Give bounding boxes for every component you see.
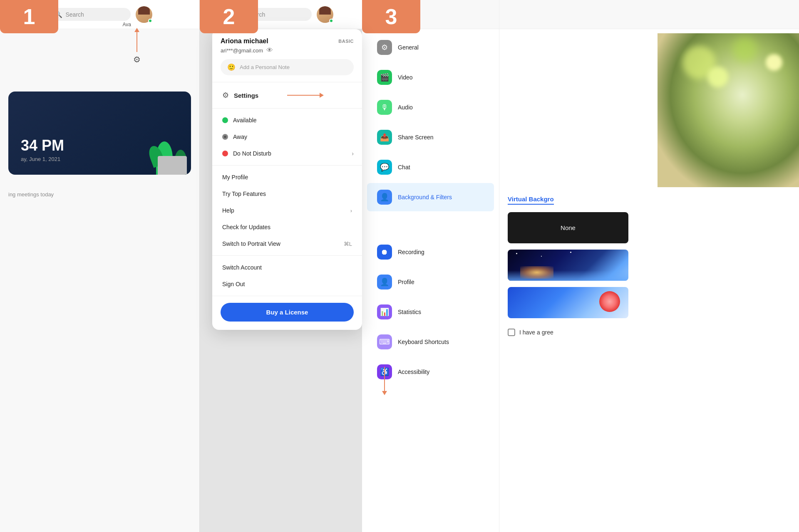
available-label: Available: [233, 117, 257, 124]
portrait-shortcut: ⌘L: [344, 241, 352, 247]
hide-email-icon[interactable]: 👁: [266, 47, 273, 54]
chat-label: Chat: [398, 164, 410, 171]
help-item[interactable]: Help ›: [212, 202, 362, 219]
settings-arrow-indicator: [287, 95, 320, 96]
share-screen-label: Share Screen: [398, 134, 434, 141]
step-badge-3: 3: [362, 0, 420, 33]
my-profile-label: My Profile: [222, 174, 248, 181]
settings-item-general[interactable]: ⚙ General: [367, 33, 494, 62]
clock-widget: 34 PM ay, June 1, 2021: [8, 92, 191, 175]
my-profile-item[interactable]: My Profile: [212, 169, 362, 186]
dnd-label: Do Not Disturb: [233, 150, 271, 157]
status-available[interactable]: Available: [212, 112, 362, 129]
status-away[interactable]: Away: [212, 129, 362, 145]
virtual-bg-tab[interactable]: Virtual Backgro: [508, 195, 554, 203]
bg-option-space[interactable]: [508, 250, 628, 281]
settings-menu-item[interactable]: ⚙ Settings: [212, 86, 362, 105]
settings-nav: ⚙ General 🎬 Video 🎙 Audio 📤 Share Screen…: [362, 33, 499, 386]
note-placeholder-text: Add a Personal Note: [240, 64, 290, 70]
settings-label: Settings: [234, 92, 258, 99]
settings-item-video[interactable]: 🎬 Video: [367, 63, 494, 92]
green-screen-checkbox-row: I have a gree: [508, 329, 553, 336]
background-label: Background & Filters: [398, 194, 452, 200]
virtual-bg-label: Virtual Backgro: [508, 195, 554, 205]
away-label: Away: [233, 134, 247, 140]
settings-section: ⚙ Settings: [212, 82, 362, 109]
status-section: Available Away Do Not Disturb ›: [212, 109, 362, 166]
personal-note-field[interactable]: 🙂 Add a Personal Note: [221, 59, 354, 75]
background-icon: 👤: [377, 190, 392, 205]
settings-gear-icon: ⚙: [222, 91, 229, 100]
buy-license-button[interactable]: Buy a License: [221, 303, 354, 322]
away-dot: [222, 134, 228, 140]
sign-out-item[interactable]: Sign Out: [212, 276, 362, 292]
switch-account-label: Switch Account: [222, 264, 262, 271]
account-section: Switch Account Sign Out: [212, 256, 362, 296]
user-info-row: Ariona michael BASIC: [221, 37, 354, 45]
settings-item-background[interactable]: 👤 Background & Filters: [367, 183, 494, 211]
keyboard-icon: ⌨: [377, 334, 392, 349]
settings-item-chat[interactable]: 💬 Chat: [367, 153, 494, 181]
user-email: ari***@gmail.com: [221, 47, 263, 54]
search-bar-1[interactable]: 🔍 Search: [47, 8, 131, 21]
panel-1: 🔍 Search ⚙ Ava 34 PM ay, June 1, 2021: [0, 0, 200, 532]
search-text-1: Search: [66, 11, 84, 18]
top-features-item[interactable]: Try Top Features: [212, 186, 362, 202]
bg-option-none[interactable]: None: [508, 212, 628, 243]
recording-icon: ⏺: [377, 245, 392, 260]
settings-item-share-screen[interactable]: 📤 Share Screen: [367, 123, 494, 151]
top-features-label: Try Top Features: [222, 191, 266, 197]
check-updates-item[interactable]: Check for Updates: [212, 219, 362, 235]
bg-preview: [658, 33, 799, 187]
dropdown-header: Ariona michael BASIC ari***@gmail.com 👁 …: [212, 29, 362, 82]
settings-item-statistics[interactable]: 📊 Statistics: [367, 298, 494, 326]
accessibility-label: Accessibility: [398, 369, 429, 375]
clock-decoration: [156, 141, 187, 175]
down-arrow-indicator: [384, 367, 385, 392]
recording-label: Recording: [398, 249, 424, 255]
share-screen-icon: 📤: [377, 130, 392, 145]
green-screen-checkbox[interactable]: [508, 329, 515, 336]
bg-option-flower[interactable]: [508, 287, 628, 318]
green-screen-label: I have a gree: [519, 329, 553, 336]
switch-account-item[interactable]: Switch Account: [212, 259, 362, 276]
video-label: Video: [398, 74, 413, 81]
help-label: Help: [222, 207, 234, 214]
step-badge-1: 1: [0, 0, 58, 33]
audio-label: Audio: [398, 104, 413, 111]
panel-2: 🔍 Search Ariona michael BASIC ari***@gma…: [200, 0, 362, 532]
status-dnd[interactable]: Do Not Disturb ›: [212, 145, 362, 162]
settings-item-profile[interactable]: 👤 Profile: [367, 268, 494, 296]
email-row: ari***@gmail.com 👁: [221, 47, 354, 54]
profile-icon: 👤: [377, 275, 392, 290]
avatar-container-2: [317, 6, 333, 23]
general-icon: ⚙: [377, 40, 392, 55]
switch-portrait-item[interactable]: Switch to Portrait View ⌘L: [212, 235, 362, 252]
no-meetings-text: ing meetings today: [0, 183, 199, 206]
keyboard-label: Keyboard Shortcuts: [398, 339, 449, 345]
panel-4-header: [499, 0, 799, 29]
online-status-dot-1: [148, 19, 152, 23]
settings-item-keyboard[interactable]: ⌨ Keyboard Shortcuts: [367, 328, 494, 356]
panel-3-settings: 3 ⚙ General 🎬 Video 🎙 Audio 📤 Share Scre…: [362, 0, 499, 532]
dnd-dot: [222, 151, 228, 156]
settings-item-audio[interactable]: 🎙 Audio: [367, 93, 494, 121]
statistics-icon: 📊: [377, 304, 392, 319]
sign-out-label: Sign Out: [222, 281, 245, 287]
profile-label: Profile: [398, 279, 414, 285]
settings-item-accessibility[interactable]: ♿ Accessibility: [367, 358, 494, 386]
available-dot: [222, 117, 228, 123]
step-badge-2: 2: [200, 0, 258, 33]
settings-item-recording[interactable]: ⏺ Recording: [367, 238, 494, 266]
help-chevron-icon: ›: [350, 208, 352, 214]
dropdown-menu: Ariona michael BASIC ari***@gmail.com 👁 …: [212, 29, 362, 330]
video-icon: 🎬: [377, 70, 392, 85]
arrow-up-indicator: ⚙: [133, 31, 141, 64]
avatar-label-1: Ava: [123, 22, 131, 27]
emoji-icon: 🙂: [227, 63, 236, 71]
online-status-dot-2: [329, 19, 333, 23]
panel-4-virtual-bg: Virtual Backgro None I have a gree: [499, 0, 799, 532]
none-label: None: [561, 224, 576, 231]
user-name: Ariona michael: [221, 37, 268, 45]
statistics-label: Statistics: [398, 309, 421, 315]
